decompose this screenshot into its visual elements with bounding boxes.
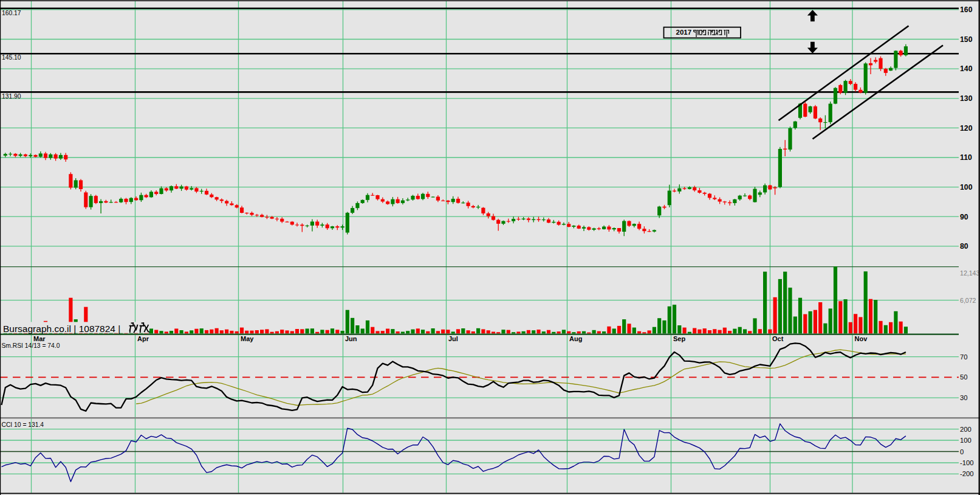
svg-text:70: 70 — [960, 353, 968, 361]
svg-text:Sm.RSI 14/13 = 74.0: Sm.RSI 14/13 = 74.0 — [2, 342, 60, 349]
svg-text:50: 50 — [960, 373, 968, 381]
svg-text:-100: -100 — [960, 459, 974, 466]
svg-text:Jun: Jun — [345, 335, 357, 342]
svg-text:110: 110 — [960, 153, 972, 162]
svg-text:150: 150 — [960, 35, 973, 44]
svg-text:Sep: Sep — [673, 335, 685, 342]
svg-text:100: 100 — [960, 183, 973, 192]
svg-text:200: 200 — [960, 426, 971, 433]
svg-text:May: May — [241, 335, 254, 342]
svg-text:Bursagraph.co.il | 1087824 |: Bursagraph.co.il | 1087824 | — [3, 324, 120, 334]
svg-text:130: 130 — [960, 94, 973, 103]
svg-text:160: 160 — [960, 5, 973, 14]
svg-text:0: 0 — [960, 448, 964, 455]
svg-text:6,072: 6,072 — [960, 297, 976, 304]
svg-text:140: 140 — [960, 64, 973, 73]
svg-text:2017: 2017 — [676, 29, 692, 36]
svg-text:145.10: 145.10 — [2, 54, 21, 61]
svg-text:30: 30 — [960, 394, 968, 401]
svg-text:Oct: Oct — [772, 335, 784, 342]
svg-text:90: 90 — [960, 213, 968, 221]
svg-text:Apr: Apr — [137, 335, 149, 342]
svg-text:100: 100 — [960, 437, 971, 444]
svg-text:Aug: Aug — [569, 335, 582, 342]
svg-text:-200: -200 — [960, 470, 974, 477]
svg-text:131.90: 131.90 — [2, 93, 21, 100]
svg-text:Jul: Jul — [448, 335, 458, 342]
svg-text:80: 80 — [960, 242, 968, 251]
svg-text:Mar: Mar — [33, 335, 46, 342]
svg-text:12,143: 12,143 — [960, 269, 980, 277]
svg-text:120: 120 — [960, 124, 973, 133]
svg-text:CCI 10 = 131.4: CCI 10 = 131.4 — [2, 421, 44, 428]
svg-text:160.17: 160.17 — [2, 10, 21, 16]
svg-text:Nov: Nov — [855, 335, 868, 342]
svg-text:,: , — [148, 324, 150, 334]
